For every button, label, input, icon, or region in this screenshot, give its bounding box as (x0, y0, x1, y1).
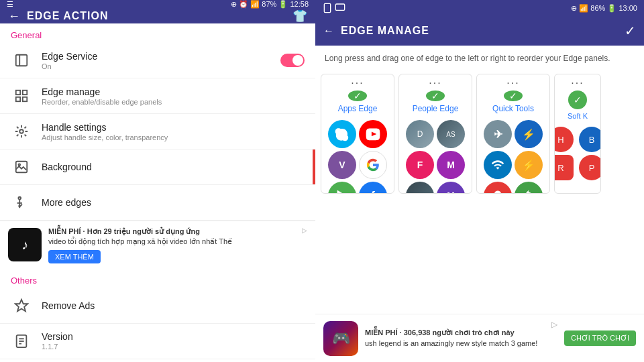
handle-settings-icon (11, 121, 32, 142)
facebook-icon: f (359, 182, 387, 194)
edge-service-icon (11, 50, 32, 71)
svg-rect-3 (23, 90, 27, 95)
left-top-bar: ← EDGE ACTION 👕 (0, 9, 315, 23)
bottom-ad-thumbnail: 🎮 (323, 321, 358, 356)
person-vigne: Vi (406, 182, 434, 194)
edge-manage-text: Edge manage Reorder, enable/disable edge… (42, 86, 305, 106)
svg-rect-20 (335, 4, 344, 10)
soft-r: R (554, 155, 574, 180)
soft-edge-check: ✓ (568, 90, 587, 109)
svg-rect-4 (16, 97, 20, 101)
ad-label: ▷ (302, 227, 307, 234)
svg-rect-19 (324, 3, 330, 12)
more-edges-text: More edges (42, 197, 305, 208)
people-edge-dots[interactable]: ··· (429, 74, 441, 90)
handle-settings-subtitle: Adjust handle size, color, transparency (42, 133, 305, 141)
edge-service-title: Edge Service (42, 51, 271, 62)
edge-manage-subtitle: Reorder, enable/disable edge panels (42, 98, 305, 106)
apps-edge-name: Apps Edge (338, 104, 378, 113)
menu-icon: ☰ (7, 0, 13, 9)
skype-icon (328, 120, 356, 148)
people-edge-grid: D AS F M Vi M V A (403, 117, 468, 194)
quick-tools-dots[interactable]: ··· (506, 74, 519, 90)
person-dung: D (406, 120, 434, 148)
svg-marker-11 (15, 300, 28, 311)
handle-settings-text: Handle settings Adjust handle size, colo… (42, 122, 305, 141)
viber-icon: V (328, 151, 356, 179)
general-section-label: General (0, 23, 315, 43)
youtube-icon (359, 120, 387, 148)
svg-rect-0 (16, 55, 28, 66)
version-icon (11, 330, 32, 352)
person-muimis: M (437, 182, 465, 194)
others-section-label: Others (0, 269, 315, 288)
tiktok-icon: ♪ (21, 237, 28, 253)
background-item[interactable]: Background (0, 149, 315, 185)
status-icons: ⊕ ⏰ 📶 87% 🔋 12:58 (231, 0, 309, 9)
bottom-ad-button[interactable]: CHƠI TRÒ CHƠI (564, 330, 636, 346)
more-edges-item[interactable]: More edges (0, 185, 315, 221)
quick-tools-card: ··· ✓ Quick Tools ✈ ⚡ ⚡ (476, 74, 550, 194)
edge-manage-item[interactable]: Edge manage Reorder, enable/disable edge… (0, 78, 315, 114)
version-text: Version 1.1.7 (42, 331, 305, 351)
handle-settings-title: Handle settings (42, 122, 305, 133)
bottom-ad-title: MIỄN PHÍ · 306,938 người chơi trò chơi n… (365, 328, 545, 338)
right-ad-banner: 🎮 MIỄN PHÍ · 306,938 người chơi trò chơi… (315, 314, 644, 362)
left-ad-banner: ♪ MIỄN PHÍ · Hơn 29 triệu người sử dụng … (0, 221, 315, 269)
instruction-text: Long press and drag one of edge to the l… (315, 46, 644, 68)
spacer (315, 194, 644, 314)
google-icon (359, 151, 387, 179)
people-edge-name: People Edge (413, 104, 459, 113)
bottom-ad-label: ▷ (551, 320, 557, 329)
ad-title: MIỄN PHÍ · Hơn 29 triệu người sử dụng ứn… (48, 227, 295, 237)
back-button[interactable]: ← (8, 9, 20, 23)
edge-manage-icon (11, 85, 32, 107)
apps-edge-check: ✓ (348, 90, 367, 101)
quick-tools-check: ✓ (504, 90, 523, 101)
soft-edge-name: Soft K (568, 112, 588, 120)
version-item[interactable]: Version 1.1.7 (0, 324, 315, 359)
soft-edge-dots[interactable]: ··· (571, 74, 584, 90)
more-edges-title: More edges (42, 197, 305, 208)
edge-service-toggle[interactable] (280, 54, 305, 67)
ad-body: video tổi động tích hợp mạng xã hội vide… (48, 237, 295, 247)
left-panel: ☰ ⊕ ⏰ 📶 87% 🔋 12:58 ← EDGE ACTION 👕 Gene… (0, 0, 315, 362)
background-title: Background (42, 162, 305, 172)
edge-service-text: Edge Service On (42, 51, 271, 70)
tutorial-item[interactable]: Tutorial (0, 359, 315, 362)
version-number: 1.1.7 (42, 343, 305, 351)
edge-service-item[interactable]: Edge Service On (0, 43, 315, 78)
remove-ads-item[interactable]: Remove Ads (0, 288, 315, 324)
confirm-button[interactable]: ✓ (625, 23, 636, 39)
location-icon (484, 182, 512, 194)
edge-manage-title: Edge manage (42, 86, 305, 97)
status-left-icons: ☰ (7, 0, 13, 9)
background-icon (11, 156, 32, 178)
person-me: M (437, 151, 465, 179)
people-edge-check: ✓ (426, 90, 445, 101)
apps-edge-card: ··· ✓ Apps Edge V (321, 74, 394, 194)
ad-text-content: MIỄN PHÍ · Hơn 29 triệu người sử dụng ứn… (48, 227, 295, 263)
left-status-bar: ☰ ⊕ ⏰ 📶 87% 🔋 12:58 (0, 0, 315, 9)
ad-thumbnail: ♪ (8, 228, 42, 261)
quick-tools-name: Quick Tools (492, 104, 534, 113)
handle-settings-item[interactable]: Handle settings Adjust handle size, colo… (0, 114, 315, 149)
bottom-ad-body: ush legend is an amazingly new style mat… (365, 339, 545, 349)
right-back-button[interactable]: ← (323, 25, 334, 37)
more-edges-icon (11, 192, 32, 213)
shirt-icon[interactable]: 👕 (292, 9, 307, 23)
remove-ads-title: Remove Ads (42, 300, 305, 311)
right-top-bar: ← EDGE MANAGE ✓ (315, 16, 644, 46)
right-status-right: ⊕ 📶 86% 🔋 13:00 (571, 4, 637, 13)
ad-view-button[interactable]: XEM THÊM (48, 250, 101, 263)
right-status-bar: ⊕ 📶 86% 🔋 13:00 (315, 0, 644, 16)
apps-edge-dots[interactable]: ··· (351, 74, 364, 90)
background-text: Background (42, 162, 305, 172)
airplane-icon: ✈ (484, 120, 512, 148)
person-father: F (406, 151, 434, 179)
left-title: EDGE ACTION (27, 10, 286, 22)
svg-point-8 (18, 164, 20, 166)
svg-rect-5 (23, 97, 27, 101)
bluetooth-icon: ⚡ (515, 120, 543, 148)
right-title: EDGE MANAGE (341, 25, 618, 37)
